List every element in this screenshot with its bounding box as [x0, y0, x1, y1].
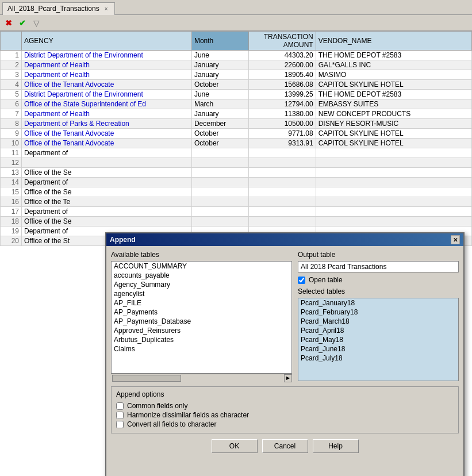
table-row-num: 10	[1, 139, 22, 148]
selected-table-item[interactable]: Pcard_January18	[298, 298, 458, 308]
table-row-amount	[248, 178, 316, 187]
table-row-month: October	[191, 129, 248, 139]
available-table-item[interactable]: Approved_Reinsurers	[112, 326, 291, 335]
table-row-agency: Department of	[21, 207, 191, 217]
table-row-vendor: THE HOME DEPOT #2583	[316, 51, 471, 60]
available-table-item[interactable]: agencylist	[112, 289, 291, 298]
table-row-agency: Department of Parks & Recreation	[21, 119, 191, 129]
table-row-agency: District Department of the Environment	[21, 51, 191, 60]
table-row-amount: 10500.00	[248, 119, 316, 129]
option-label-0: Common fields only	[127, 402, 187, 410]
table-row-month: October	[191, 80, 248, 90]
output-table-input[interactable]	[298, 261, 459, 272]
toolbar-btn-check[interactable]: ✔	[16, 17, 29, 29]
available-table-item[interactable]: Arbutus_Duplicates	[112, 335, 291, 344]
cancel-button[interactable]: Cancel	[262, 439, 308, 453]
available-tables-hscrollbar[interactable]: ▶	[111, 374, 292, 382]
table-row-amount: 22600.00	[248, 60, 316, 70]
header-amount[interactable]: TRANSACTIONAMOUNT	[248, 32, 316, 51]
table-row-agency: Department of	[21, 178, 191, 187]
table-row-month	[191, 197, 248, 207]
table-row-vendor: DISNEY RESORT-MUSIC	[316, 119, 471, 129]
table-row-vendor	[316, 148, 471, 158]
available-table-item[interactable]: AP_Payments_Database	[112, 317, 291, 326]
table-row-month: January	[191, 60, 248, 70]
toolbar-btn-filter[interactable]: ▽	[30, 17, 43, 29]
table-row-amount: 12794.00	[248, 99, 316, 109]
table-row-agency	[21, 158, 191, 168]
table-row-num: 14	[1, 178, 22, 187]
table-row-amount: 18905.40	[248, 70, 316, 80]
tab-close-btn[interactable]: ×	[103, 5, 110, 12]
table-row-agency: Department of Health	[21, 109, 191, 119]
table-row-amount: 15686.08	[248, 80, 316, 90]
table-row-amount	[248, 187, 316, 197]
data-table: AGENCY Month TRANSACTIONAMOUNT VENDOR_NA…	[0, 31, 472, 246]
append-options-section: Append options Common fields only Harmon…	[111, 386, 459, 433]
available-table-item[interactable]: Agency_Summary	[112, 280, 291, 289]
table-row-agency: Office of the Tenant Advocate	[21, 80, 191, 90]
toolbar: ✖ ✔ ▽	[0, 15, 472, 31]
table-row-num: 11	[1, 148, 22, 158]
table-row-agency: Office of the Tenant Advocate	[21, 129, 191, 139]
table-row-month: June	[191, 90, 248, 99]
header-month[interactable]: Month	[191, 32, 248, 51]
table-row-amount	[248, 148, 316, 158]
open-table-label: Open table	[309, 276, 343, 284]
table-row-vendor: MASIMO	[316, 70, 471, 80]
selected-table-item[interactable]: Pcard_February18	[298, 308, 458, 317]
open-table-checkbox[interactable]	[298, 277, 305, 284]
table-row-month: October	[191, 139, 248, 148]
table-row-agency: Office of the State Superintendent of Ed	[21, 99, 191, 109]
option-checkbox-2[interactable]	[116, 421, 124, 428]
selected-table-item[interactable]: Pcard_July18	[298, 354, 458, 363]
table-row-amount	[248, 158, 316, 168]
table-row-month: December	[191, 119, 248, 129]
main-data-area: AGENCY Month TRANSACTIONAMOUNT VENDOR_NA…	[0, 31, 472, 476]
table-row-agency: Office of the Se	[21, 168, 191, 178]
table-row-num: 9	[1, 129, 22, 139]
selected-tables-label: Selected tables	[298, 287, 459, 295]
table-row-vendor	[316, 207, 471, 217]
selected-table-item[interactable]: Pcard_March18	[298, 317, 458, 326]
available-table-item[interactable]: ACCOUNT_SUMMARY	[112, 262, 291, 271]
available-table-item[interactable]: accounts_payable	[112, 271, 291, 280]
available-table-item[interactable]: AP_Payments	[112, 308, 291, 317]
ok-button[interactable]: OK	[212, 439, 258, 453]
table-row-amount: 9771.08	[248, 129, 316, 139]
table-row-vendor: GAL*GALLS INC	[316, 60, 471, 70]
table-row-vendor: EMBASSY SUITES	[316, 99, 471, 109]
header-vendor[interactable]: VENDOR_NAME	[316, 32, 471, 51]
table-row-month	[191, 158, 248, 168]
table-row-amount: 13999.25	[248, 90, 316, 99]
toolbar-btn-x[interactable]: ✖	[2, 17, 15, 29]
option-checkbox-0[interactable]	[116, 402, 124, 410]
available-table-item[interactable]: AP_FILE	[112, 298, 291, 308]
table-row-num: 18	[1, 217, 22, 227]
table-row-num: 4	[1, 80, 22, 90]
table-row-amount: 9313.91	[248, 139, 316, 148]
table-row-num: 17	[1, 207, 22, 217]
help-button[interactable]: Help	[313, 439, 359, 453]
selected-table-item[interactable]: Pcard_April18	[298, 326, 458, 335]
table-row-agency: Department of Health	[21, 60, 191, 70]
table-row-num: 12	[1, 158, 22, 168]
table-row-vendor	[316, 158, 471, 168]
table-row-vendor: CAPITOL SKYLINE HOTEL	[316, 129, 471, 139]
table-row-num: 8	[1, 119, 22, 129]
table-row-num: 16	[1, 197, 22, 207]
selected-table-item[interactable]: Pcard_May18	[298, 335, 458, 344]
selected-table-item[interactable]: Pcard_June18	[298, 344, 458, 354]
table-row-agency: Office of the Se	[21, 217, 191, 227]
dialog-close-btn[interactable]: ✕	[451, 235, 460, 244]
header-agency[interactable]: AGENCY	[21, 32, 191, 51]
table-row-month: January	[191, 109, 248, 119]
table-row-num: 15	[1, 187, 22, 197]
tab-all-2018[interactable]: All_2018_Pcard_Transactions ×	[2, 2, 115, 15]
table-row-num: 13	[1, 168, 22, 178]
table-row-agency: Office of the Se	[21, 187, 191, 197]
table-row-month: June	[191, 51, 248, 60]
option-checkbox-1[interactable]	[116, 412, 124, 419]
available-table-item[interactable]: Claims	[112, 344, 291, 354]
table-row-month	[191, 187, 248, 197]
